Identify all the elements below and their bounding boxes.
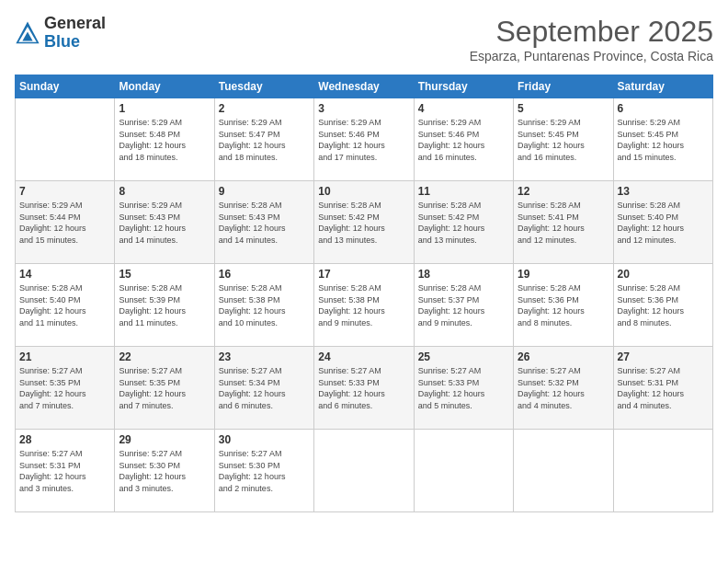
day-cell: 19Sunrise: 5:28 AM Sunset: 5:36 PM Dayli…: [514, 264, 613, 347]
day-number: 30: [219, 433, 310, 446]
day-cell: [514, 430, 613, 512]
day-cell: 4Sunrise: 5:29 AM Sunset: 5:46 PM Daylig…: [414, 98, 513, 181]
day-cell: 9Sunrise: 5:28 AM Sunset: 5:43 PM Daylig…: [214, 181, 313, 264]
day-info: Sunrise: 5:27 AM Sunset: 5:31 PM Dayligh…: [19, 448, 110, 494]
day-number: 14: [19, 268, 110, 281]
day-number: 18: [418, 268, 509, 281]
day-number: 6: [618, 102, 709, 115]
header-day-tuesday: Tuesday: [214, 75, 313, 98]
week-row-1: 1Sunrise: 5:29 AM Sunset: 5:48 PM Daylig…: [16, 98, 713, 181]
day-number: 23: [219, 350, 310, 363]
day-info: Sunrise: 5:28 AM Sunset: 5:37 PM Dayligh…: [418, 282, 509, 328]
day-info: Sunrise: 5:28 AM Sunset: 5:43 PM Dayligh…: [219, 200, 310, 246]
day-cell: [16, 98, 115, 181]
day-number: 26: [518, 350, 609, 363]
day-number: 3: [318, 102, 409, 115]
day-number: 20: [618, 268, 709, 281]
day-info: Sunrise: 5:28 AM Sunset: 5:38 PM Dayligh…: [318, 282, 409, 328]
day-info: Sunrise: 5:27 AM Sunset: 5:35 PM Dayligh…: [19, 365, 110, 411]
calendar-body: 1Sunrise: 5:29 AM Sunset: 5:48 PM Daylig…: [16, 98, 713, 512]
day-info: Sunrise: 5:29 AM Sunset: 5:47 PM Dayligh…: [219, 117, 310, 163]
logo-general-text: General: [44, 15, 106, 33]
day-number: 29: [119, 433, 210, 446]
day-info: Sunrise: 5:28 AM Sunset: 5:38 PM Dayligh…: [219, 282, 310, 328]
day-cell: 18Sunrise: 5:28 AM Sunset: 5:37 PM Dayli…: [414, 264, 513, 347]
calendar-table: SundayMondayTuesdayWednesdayThursdayFrid…: [15, 75, 713, 512]
day-cell: 8Sunrise: 5:29 AM Sunset: 5:43 PM Daylig…: [115, 181, 214, 264]
header: General Blue September 2025 Esparza, Pun…: [15, 15, 713, 63]
day-info: Sunrise: 5:27 AM Sunset: 5:30 PM Dayligh…: [219, 448, 310, 494]
day-cell: 29Sunrise: 5:27 AM Sunset: 5:30 PM Dayli…: [115, 430, 214, 512]
day-info: Sunrise: 5:28 AM Sunset: 5:36 PM Dayligh…: [518, 282, 609, 328]
day-cell: 5Sunrise: 5:29 AM Sunset: 5:45 PM Daylig…: [514, 98, 613, 181]
day-cell: 14Sunrise: 5:28 AM Sunset: 5:40 PM Dayli…: [16, 264, 115, 347]
day-cell: 17Sunrise: 5:28 AM Sunset: 5:38 PM Dayli…: [314, 264, 414, 347]
day-info: Sunrise: 5:29 AM Sunset: 5:48 PM Dayligh…: [119, 117, 210, 163]
header-day-friday: Friday: [514, 75, 613, 98]
day-info: Sunrise: 5:29 AM Sunset: 5:45 PM Dayligh…: [518, 117, 609, 163]
day-info: Sunrise: 5:29 AM Sunset: 5:46 PM Dayligh…: [418, 117, 509, 163]
day-cell: 21Sunrise: 5:27 AM Sunset: 5:35 PM Dayli…: [16, 347, 115, 430]
header-day-sunday: Sunday: [16, 75, 115, 98]
day-number: 22: [119, 350, 210, 363]
day-cell: 7Sunrise: 5:29 AM Sunset: 5:44 PM Daylig…: [16, 181, 115, 264]
header-day-saturday: Saturday: [613, 75, 712, 98]
logo-blue-text: Blue: [44, 33, 106, 52]
day-cell: [314, 430, 414, 512]
day-info: Sunrise: 5:29 AM Sunset: 5:46 PM Dayligh…: [318, 117, 409, 163]
day-number: 13: [618, 185, 709, 198]
day-cell: 30Sunrise: 5:27 AM Sunset: 5:30 PM Dayli…: [214, 430, 313, 512]
week-row-2: 7Sunrise: 5:29 AM Sunset: 5:44 PM Daylig…: [16, 181, 713, 264]
header-day-wednesday: Wednesday: [314, 75, 414, 98]
day-number: 8: [119, 185, 210, 198]
day-info: Sunrise: 5:27 AM Sunset: 5:31 PM Dayligh…: [618, 365, 709, 411]
day-cell: 26Sunrise: 5:27 AM Sunset: 5:32 PM Dayli…: [514, 347, 613, 430]
day-number: 27: [618, 350, 709, 363]
day-info: Sunrise: 5:29 AM Sunset: 5:44 PM Dayligh…: [19, 200, 110, 246]
day-cell: 16Sunrise: 5:28 AM Sunset: 5:38 PM Dayli…: [214, 264, 313, 347]
day-number: 25: [418, 350, 509, 363]
day-number: 11: [418, 185, 509, 198]
day-number: 10: [318, 185, 409, 198]
day-info: Sunrise: 5:28 AM Sunset: 5:42 PM Dayligh…: [418, 200, 509, 246]
day-cell: 28Sunrise: 5:27 AM Sunset: 5:31 PM Dayli…: [16, 430, 115, 512]
day-number: 4: [418, 102, 509, 115]
day-cell: [414, 430, 513, 512]
day-cell: 15Sunrise: 5:28 AM Sunset: 5:39 PM Dayli…: [115, 264, 214, 347]
day-cell: 24Sunrise: 5:27 AM Sunset: 5:33 PM Dayli…: [314, 347, 414, 430]
day-number: 16: [219, 268, 310, 281]
day-number: 7: [19, 185, 110, 198]
day-info: Sunrise: 5:28 AM Sunset: 5:40 PM Dayligh…: [19, 282, 110, 328]
header-day-monday: Monday: [115, 75, 214, 98]
day-cell: 22Sunrise: 5:27 AM Sunset: 5:35 PM Dayli…: [115, 347, 214, 430]
day-cell: 3Sunrise: 5:29 AM Sunset: 5:46 PM Daylig…: [314, 98, 414, 181]
day-info: Sunrise: 5:29 AM Sunset: 5:45 PM Dayligh…: [618, 117, 709, 163]
day-number: 1: [119, 102, 210, 115]
week-row-5: 28Sunrise: 5:27 AM Sunset: 5:31 PM Dayli…: [16, 430, 713, 512]
week-row-4: 21Sunrise: 5:27 AM Sunset: 5:35 PM Dayli…: [16, 347, 713, 430]
day-info: Sunrise: 5:27 AM Sunset: 5:32 PM Dayligh…: [518, 365, 609, 411]
day-cell: 13Sunrise: 5:28 AM Sunset: 5:40 PM Dayli…: [613, 181, 712, 264]
day-info: Sunrise: 5:28 AM Sunset: 5:40 PM Dayligh…: [618, 200, 709, 246]
day-number: 21: [19, 350, 110, 363]
day-cell: 12Sunrise: 5:28 AM Sunset: 5:41 PM Dayli…: [514, 181, 613, 264]
day-number: 5: [518, 102, 609, 115]
calendar-header: SundayMondayTuesdayWednesdayThursdayFrid…: [16, 75, 713, 98]
day-number: 28: [19, 433, 110, 446]
day-info: Sunrise: 5:28 AM Sunset: 5:39 PM Dayligh…: [119, 282, 210, 328]
day-number: 24: [318, 350, 409, 363]
day-info: Sunrise: 5:28 AM Sunset: 5:36 PM Dayligh…: [618, 282, 709, 328]
day-number: 19: [518, 268, 609, 281]
header-day-thursday: Thursday: [414, 75, 513, 98]
day-cell: 27Sunrise: 5:27 AM Sunset: 5:31 PM Dayli…: [613, 347, 712, 430]
day-cell: 2Sunrise: 5:29 AM Sunset: 5:47 PM Daylig…: [214, 98, 313, 181]
day-number: 15: [119, 268, 210, 281]
logo-text: General Blue: [44, 15, 106, 52]
location-subtitle: Esparza, Puntarenas Province, Costa Rica: [470, 49, 713, 63]
day-info: Sunrise: 5:28 AM Sunset: 5:42 PM Dayligh…: [318, 200, 409, 246]
day-info: Sunrise: 5:27 AM Sunset: 5:30 PM Dayligh…: [119, 448, 210, 494]
day-cell: 23Sunrise: 5:27 AM Sunset: 5:34 PM Dayli…: [214, 347, 313, 430]
day-cell: 25Sunrise: 5:27 AM Sunset: 5:33 PM Dayli…: [414, 347, 513, 430]
day-number: 12: [518, 185, 609, 198]
day-info: Sunrise: 5:29 AM Sunset: 5:43 PM Dayligh…: [119, 200, 210, 246]
